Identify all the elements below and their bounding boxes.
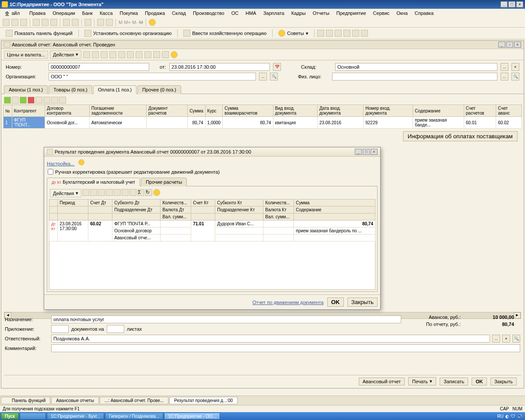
tab-accounting[interactable]: Дт Кт Бухгалтерский и налоговый учет (47, 178, 140, 186)
date-picker-icon[interactable]: 📅 (273, 63, 281, 71)
m-icon-2[interactable] (90, 189, 97, 196)
print-button[interactable]: Печать ▾ (408, 377, 436, 385)
maximize-button[interactable]: □ (508, 1, 515, 7)
move-up-icon[interactable] (35, 97, 42, 104)
tray-icon-1[interactable]: ◐ (505, 414, 509, 419)
col-contragent[interactable]: Контрагент (12, 105, 45, 117)
menu-bank[interactable]: Банк (80, 10, 95, 17)
menu-enterprise[interactable]: Предприятие (334, 10, 369, 17)
copy-icon[interactable] (42, 19, 49, 26)
modal-close-button[interactable]: × (371, 149, 378, 155)
task-hyperion[interactable]: Гиперион / Позднякова... (105, 413, 163, 420)
col-content[interactable]: Содержание (413, 105, 464, 117)
minimize-button[interactable]: _ (500, 1, 508, 7)
col-n[interactable]: № (4, 105, 12, 117)
save-button[interactable]: Записать (440, 378, 468, 385)
comment-field[interactable] (51, 344, 520, 352)
m-icon-6[interactable] (122, 189, 129, 196)
sort-desc-icon[interactable] (59, 97, 66, 104)
col-docset[interactable]: Документ расчетов (147, 105, 188, 117)
col-sum[interactable]: Сумма (188, 105, 205, 117)
col-date[interactable]: Дата вход. документа (317, 105, 363, 117)
sheets-count-field[interactable] (107, 325, 124, 333)
m-icon-5[interactable] (114, 189, 121, 196)
actions-button[interactable]: Действия ▾ (50, 50, 81, 59)
settings-link[interactable]: Настройка... (47, 161, 74, 166)
col-kind[interactable]: Вид вход. документа (273, 105, 317, 117)
col-rate[interactable]: Курс (205, 105, 223, 117)
accounting-grid[interactable]: Период Счет Дт Субконто Дт Количеств... … (49, 199, 375, 242)
lang-indicator[interactable]: RU (497, 414, 504, 419)
m-icon-7[interactable] (130, 189, 136, 196)
tool-icon-5[interactable] (352, 30, 359, 37)
tab-other[interactable]: Прочее (0 поз.) (137, 85, 181, 94)
toolbar-icon-4[interactable] (109, 51, 116, 58)
edit-row-icon[interactable] (20, 97, 27, 104)
responsible-search-icon[interactable]: 🔍 (512, 335, 520, 343)
menu-cash[interactable]: Касса (97, 10, 116, 17)
menu-edit[interactable]: Правка (27, 10, 48, 17)
responsible-clear-icon[interactable]: × (502, 335, 510, 343)
doc-min-button[interactable]: _ (498, 42, 505, 48)
col-acctav[interactable]: Счет аванс (496, 105, 522, 117)
undo-icon[interactable] (63, 19, 70, 26)
menu-help[interactable]: Справка (412, 10, 436, 17)
task-1c-1[interactable]: 1С:Предприятие - Бухг... (47, 413, 104, 420)
m-sum-icon[interactable]: Σ (137, 189, 144, 196)
task-1c-2[interactable]: 1С:Предприятие - ОО... (164, 413, 220, 420)
menu-fixedassets[interactable]: ОС (229, 10, 242, 17)
col-num[interactable]: Номер вход. документа (364, 105, 413, 117)
toolbar-icon-8[interactable] (144, 51, 151, 58)
supplier-payments-info-button[interactable]: Информация об оплатах поставщикам (403, 131, 518, 141)
modal-max-button[interactable]: □ (363, 149, 370, 155)
sort-asc-icon[interactable] (51, 97, 58, 104)
tab-other-calc[interactable]: Прочие расчеты (141, 178, 187, 186)
tab-advances[interactable]: Авансы (1 поз.) (4, 85, 48, 94)
advice-button[interactable]: Советы ▾ (275, 28, 311, 38)
col-sumvz[interactable]: Сумма взаиморасчетов (223, 105, 273, 117)
m-icon-4[interactable] (106, 189, 113, 196)
add-row-icon[interactable] (4, 97, 11, 104)
org-search-icon[interactable]: 🔍 (270, 73, 278, 80)
system-tray[interactable]: RU ◐ 🛡 🔊 (496, 414, 524, 419)
delete-row-icon[interactable] (28, 97, 35, 104)
manual-correction-checkbox[interactable] (48, 169, 53, 175)
toolbar-icon-2[interactable] (92, 51, 99, 58)
org-field[interactable]: ООО " " (49, 73, 256, 80)
menu-file[interactable]: Файл (3, 10, 25, 17)
paste-icon[interactable] (50, 19, 57, 26)
toolbar-icon-10[interactable] (162, 51, 169, 58)
tab-goods[interactable]: Товары (0 поз.) (49, 85, 92, 94)
quicklaunch[interactable] (20, 413, 46, 420)
toolbar-icon-7[interactable] (136, 51, 143, 58)
number-field[interactable]: 00000000007 (49, 63, 149, 71)
wtab-doc[interactable]: ...: Авансовый отчет. Прове... (100, 397, 168, 404)
menu-staff[interactable]: Кадры (289, 10, 308, 17)
toolbar-icon-5[interactable] (118, 51, 125, 58)
save-icon[interactable] (20, 19, 27, 26)
close-button[interactable]: × (516, 1, 523, 7)
cut-icon[interactable] (33, 19, 40, 26)
toolbar-icon-9[interactable] (153, 51, 160, 58)
person-search-icon[interactable]: 🔍 (511, 73, 519, 80)
purpose-field[interactable]: оплата почтовых услуг (51, 315, 401, 323)
modal-close-button-2[interactable]: Закрыть (347, 298, 378, 307)
modal-actions-button[interactable]: Действия ▾ (50, 189, 81, 197)
redo-icon[interactable] (72, 19, 79, 26)
warehouse-field[interactable]: Основной (335, 63, 497, 71)
toolbar-icon-1[interactable] (83, 51, 90, 58)
col-contract[interactable]: Договор контрагента (45, 105, 89, 117)
set-org-button[interactable]: Установить основную организацию (81, 28, 175, 38)
menu-service[interactable]: Сервис (371, 10, 392, 17)
move-down-icon[interactable] (43, 97, 50, 104)
menu-intangibles[interactable]: НМА (243, 10, 259, 17)
table-row[interactable]: 1 ФГУП "ПОЧТ... Основной дог... Автомати… (4, 117, 522, 129)
doc-restore-button[interactable]: ▫ (506, 42, 513, 48)
menu-windows[interactable]: Окна (394, 10, 410, 17)
find-icon[interactable] (84, 19, 91, 26)
org-select-icon[interactable]: ... (259, 73, 267, 80)
help-icon[interactable] (149, 19, 156, 26)
toolbar-icon-3[interactable] (101, 51, 108, 58)
menu-sale[interactable]: Продажа (142, 10, 168, 17)
menu-salary[interactable]: Зарплата (261, 10, 287, 17)
